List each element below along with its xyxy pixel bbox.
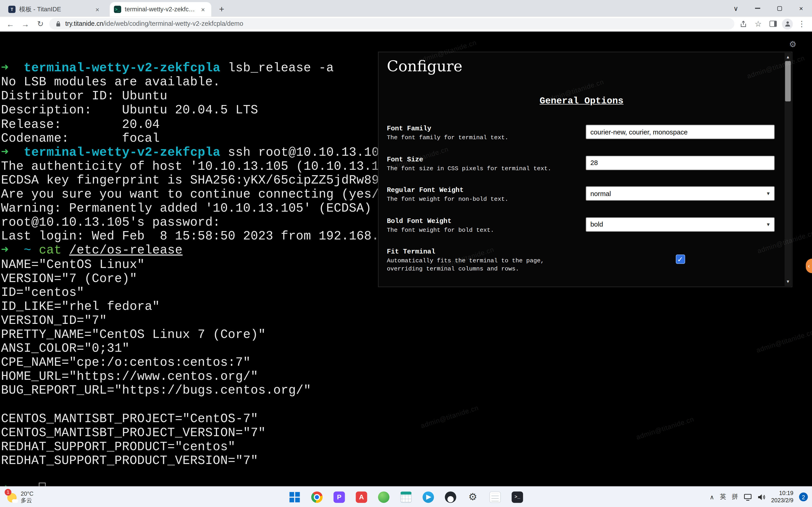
terminal-text: Warning: Permanently added '10.10.13.105… [1,201,371,215]
terminal-text: ➜ [1,482,9,487]
font-family-input[interactable] [586,125,775,139]
terminal-text: Are you sure you want to continue connec… [1,187,379,202]
terminal-text: /etc/os-release [69,243,183,257]
browser-menu-button[interactable]: ⋮ [796,18,808,30]
tray-chevron-icon[interactable]: ∧ [710,493,714,500]
scroll-up-icon[interactable]: ▲ [784,55,792,60]
profile-avatar[interactable] [782,18,793,29]
scroll-down-icon[interactable]: ▼ [784,279,792,284]
terminal-text: Codename: focal [1,131,160,145]
terminal-text [9,243,24,257]
share-icon[interactable] [737,18,750,30]
terminal-text: ➜ [1,243,9,257]
taskbar-app-notepad-button[interactable] [487,489,503,505]
configure-dialog: Configure General Options Font FamilyThe… [378,52,793,287]
terminal-text [31,243,39,257]
weather-condition: 多云 [20,497,33,504]
app-terminal-icon: >_ [512,491,523,502]
terminal-text: Distributor ID: Ubuntu [1,89,167,103]
terminal-favicon: >_ [114,6,121,13]
forward-button[interactable]: → [19,18,32,30]
app-dark-circle-icon [445,491,456,502]
address-bar[interactable]: try.titanide.cn/ide/web/coding/terminal-… [49,18,734,30]
maximize-button[interactable] [768,0,790,16]
terminal-text [31,482,39,487]
regular-font-weight-select[interactable]: normal▼ [586,186,775,201]
terminal-text: ID_LIKE="rhel fedora" [1,299,160,314]
ime-english-indicator[interactable]: 英 [720,493,726,501]
terminal-text: VERSION="7 (Core)" [1,271,137,285]
terminal-text: REDHAT_SUPPORT_PRODUCT_VERSION="7" [1,454,258,468]
field-control: ✓ [586,248,775,264]
reload-button[interactable]: ↻ [34,18,47,30]
terminal-line: PRETTY_NAME="CentOS Linux 7 (Core)" [1,328,812,342]
tab-search-chevron[interactable]: ∨ [725,0,747,16]
taskbar: 1 20°C 多云 PA⚙>_ ∧ 英 拼 10:19 2023/2/9 2 [0,487,812,507]
settings-gear-icon[interactable]: ⚙ [789,39,797,49]
taskbar-app-red-a-button[interactable]: A [354,489,369,505]
configure-section-heading: General Options [378,96,784,106]
app-green-icon [378,491,390,502]
ime-pinyin-indicator[interactable]: 拼 [732,493,738,501]
field-bold-font-weight: Bold Font WeightThe font weight for bold… [387,217,774,248]
terminal-text: terminal-wetty-v2-zekfcpla [24,145,220,159]
tab-terminal-wetty[interactable]: >_ terminal-wetty-v2-zekfcpla - T × [110,2,211,16]
start-icon [290,492,300,502]
field-font-size: Font SizeThe font size in CSS pixels for… [387,156,774,186]
back-button[interactable]: ← [4,18,16,30]
new-tab-button[interactable]: + [214,2,229,16]
taskbar-app-terminal-button[interactable]: >_ [510,489,525,505]
terminal-text: ECDSA key fingerprint is SHA256:yKX/65ci… [1,173,379,187]
taskbar-settings-gear-button[interactable]: ⚙ [465,489,481,505]
field-regular-font-weight: Regular Font WeightThe font weight for n… [387,186,774,217]
taskbar-start-button[interactable] [287,489,302,505]
terminal-text [9,482,24,487]
minimize-button[interactable] [747,0,768,16]
close-window-button[interactable]: × [790,0,812,16]
taskbar-app-green-button[interactable] [376,489,392,505]
terminal-text: PRETTY_NAME="CentOS Linux 7 (Core)" [1,328,266,342]
taskbar-app-purple-p-button[interactable]: P [332,489,347,505]
side-panel-icon[interactable] [767,18,779,30]
settings-gear-icon: ⚙ [467,491,478,502]
tray-time: 10:19 [771,490,794,497]
taskbar-app-spreadsheet-button[interactable] [398,489,414,505]
tray-date: 2023/2/9 [771,497,794,504]
taskbar-chrome-button[interactable] [309,489,325,505]
volume-icon[interactable] [758,493,765,500]
weather-widget[interactable]: 1 20°C 多云 [4,487,37,507]
scrollbar-thumb[interactable] [785,61,791,101]
terminal-text: ➜ [1,145,9,159]
tab-titanide[interactable]: T 模板 - TitanIDE × [4,2,106,16]
terminal-text: cat [39,243,62,257]
terminal-text [9,61,24,75]
terminal-text: root@10.10.13.105's password: [1,215,220,229]
terminal-text [62,243,69,257]
fit-terminal-checkbox[interactable]: ✓ [676,255,685,264]
terminal-text: BUG_REPORT_URL="https://bugs.centos.org/… [1,384,311,398]
terminal-text: CENTOS_MANTISBT_PROJECT="CentOS-7" [1,411,258,426]
close-tab-icon[interactable]: × [93,5,101,13]
tray-clock[interactable]: 10:19 2023/2/9 [771,490,794,504]
terminal-text: Release: 20.04 [1,117,160,131]
terminal-line: ➜ ~ [1,482,812,487]
terminal-line: CENTOS_MANTISBT_PROJECT="CentOS-7" [1,411,812,426]
tab-title: terminal-wetty-v2-zekfcpla - T [125,6,195,13]
url-text: try.titanide.cn/ide/web/coding/terminal-… [65,20,243,27]
app-notepad-icon [489,491,501,502]
bold-font-weight-select[interactable]: bold▼ [586,217,775,232]
configure-fields: Font FamilyThe font family for terminal … [387,125,774,279]
field-description: The font weight for non-bold text. [387,195,569,204]
window-controls: ∨ × [725,0,812,16]
font-size-input[interactable] [586,156,775,170]
field-control [586,125,775,139]
bookmark-star-icon[interactable]: ☆ [752,18,764,30]
dialog-scrollbar[interactable]: ▲ ▼ [784,53,792,286]
field-font-family: Font FamilyThe font family for terminal … [387,125,774,156]
terminal-line: CENTOS_MANTISBT_PROJECT_VERSION="7" [1,426,812,440]
close-tab-icon[interactable]: × [199,5,207,13]
taskbar-app-dark-circle-button[interactable] [443,489,458,505]
taskbar-app-blue-button[interactable] [420,489,436,505]
notification-badge[interactable]: 2 [799,493,808,501]
network-icon[interactable] [744,493,752,500]
